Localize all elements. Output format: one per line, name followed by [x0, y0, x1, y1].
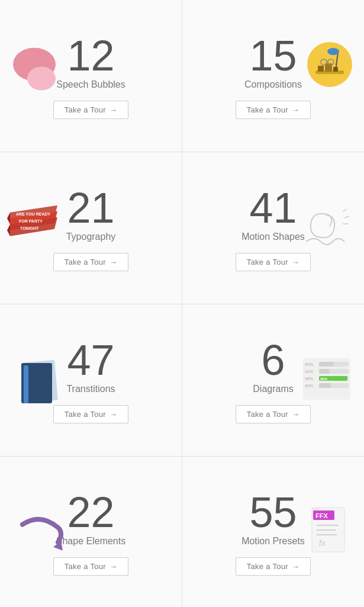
svg-text:TONIGHT: TONIGHT: [20, 226, 39, 230]
speech-bubbles-icon: [12, 48, 65, 95]
svg-rect-38: [319, 383, 331, 388]
svg-rect-36: [319, 369, 329, 374]
cell-typography: ARE YOU READY FOR PARTY TONIGHT 21 Typog…: [0, 152, 182, 304]
compositions-icon: [305, 40, 355, 95]
transtitions-number: 47: [67, 339, 114, 381]
arrow-icon-6: →: [292, 410, 299, 419]
arrow-icon-5: →: [109, 410, 117, 419]
transtitions-label: Transtitions: [66, 384, 115, 394]
typography-number: 21: [67, 187, 114, 229]
cell-compositions: 15 Compositions Take a Tour →: [182, 0, 364, 152]
transtitions-tour-button[interactable]: Take a Tour →: [53, 405, 129, 423]
svg-text:FOR PARTY: FOR PARTY: [19, 219, 43, 223]
cell-motion-shapes: 41 Motion Shapes Take a Tour →: [182, 152, 364, 304]
diagrams-tour-label: Take a Tour: [247, 410, 288, 419]
speech-bubbles-number: 12: [67, 34, 114, 77]
motion-shapes-tour-button[interactable]: Take a Tour →: [236, 253, 311, 271]
transtitions-tour-label: Take a Tour: [65, 410, 106, 419]
motion-shapes-label: Motion Shapes: [241, 232, 305, 242]
svg-text:FFX: FFX: [315, 512, 328, 519]
cell-shape-elements: 22 Shape Elements Take a Tour →: [0, 457, 182, 607]
svg-marker-18: [7, 213, 10, 224]
svg-marker-19: [7, 224, 10, 236]
arrow-icon-7: →: [109, 562, 117, 571]
diagrams-tour-button[interactable]: Take a Tour →: [236, 405, 311, 423]
transtitions-icon: [11, 352, 64, 408]
diagrams-number: 6: [261, 339, 285, 381]
svg-text:fx: fx: [319, 538, 326, 548]
shape-elements-number: 22: [67, 491, 114, 534]
compositions-number: 15: [249, 34, 297, 77]
svg-line-21: [344, 216, 349, 218]
diagrams-label: Diagrams: [253, 384, 293, 394]
svg-line-20: [343, 209, 346, 212]
svg-point-1: [27, 67, 56, 91]
main-grid: 12 Speech Bubbles Take a Tour →: [0, 0, 364, 607]
arrow-icon-8: →: [292, 562, 299, 571]
svg-text:40%: 40%: [305, 384, 313, 388]
motion-shapes-tour-label: Take a Tour: [247, 258, 288, 266]
svg-text:ARE YOU READY: ARE YOU READY: [16, 212, 51, 216]
cell-diagrams: 50% 34% 96% 40% 96% 6 Diagrams Take a: [182, 304, 364, 456]
svg-text:96%: 96%: [320, 377, 328, 381]
speech-bubbles-tour-button[interactable]: Take a Tour →: [53, 101, 129, 119]
motion-presets-number: 55: [249, 491, 297, 534]
shape-elements-tour-label: Take a Tour: [65, 562, 106, 571]
typography-icon: ARE YOU READY FOR PARTY TONIGHT: [7, 201, 66, 250]
arrow-icon-3: →: [109, 258, 117, 266]
diagrams-icon: 50% 34% 96% 40% 96%: [300, 355, 353, 405]
motion-presets-tour-button[interactable]: Take a Tour →: [236, 557, 311, 576]
arrow-icon-2: →: [292, 105, 299, 114]
svg-rect-25: [24, 365, 28, 403]
typography-label: Typography: [66, 232, 116, 242]
motion-presets-label: Motion Presets: [241, 536, 305, 547]
motion-presets-tour-label: Take a Tour: [247, 562, 288, 571]
typography-tour-label: Take a Tour: [65, 258, 106, 266]
motion-shapes-number: 41: [249, 187, 297, 229]
shape-elements-tour-button[interactable]: Take a Tour →: [53, 557, 129, 576]
compositions-tour-label: Take a Tour: [247, 105, 288, 114]
motion-presets-icon: FFX fx: [306, 505, 353, 560]
cell-motion-presets: FFX fx 55 Motion Presets Take a Tour →: [182, 457, 364, 607]
speech-bubbles-tour-label: Take a Tour: [65, 105, 106, 114]
svg-text:34%: 34%: [305, 370, 313, 374]
cell-transtitions: 47 Transtitions Take a Tour →: [0, 304, 182, 456]
motion-shapes-icon: [300, 203, 353, 253]
cell-speech-bubbles: 12 Speech Bubbles Take a Tour →: [0, 0, 182, 152]
svg-rect-4: [318, 66, 324, 72]
compositions-tour-button[interactable]: Take a Tour →: [236, 101, 311, 119]
svg-point-8: [327, 48, 339, 55]
compositions-label: Compositions: [244, 79, 302, 90]
svg-rect-35: [319, 362, 334, 367]
svg-text:50%: 50%: [305, 362, 313, 367]
svg-text:96%: 96%: [305, 377, 313, 381]
shape-elements-icon: [11, 513, 67, 557]
typography-tour-button[interactable]: Take a Tour →: [53, 253, 129, 271]
arrow-icon: →: [109, 105, 117, 114]
arrow-icon-4: →: [292, 258, 299, 266]
speech-bubbles-label: Speech Bubbles: [56, 79, 125, 90]
